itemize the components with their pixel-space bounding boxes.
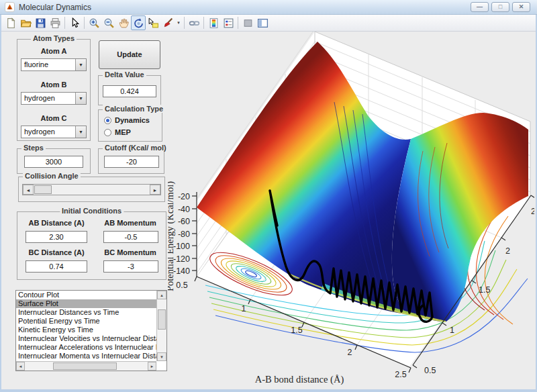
bc-distance-field[interactable]: 0.74 — [26, 260, 87, 273]
slider-right-arrow[interactable]: ► — [150, 185, 160, 195]
horizontal-scrollbar[interactable]: ◄ ► — [16, 361, 156, 371]
hand-icon — [118, 17, 130, 29]
initial-conditions-panel: Initial Conditions AB Distance (A) AB Mo… — [17, 211, 166, 280]
atom-types-panel: Atom Types Atom A fluorine ▼ Atom B hydr… — [17, 39, 91, 141]
link-plot-button[interactable] — [187, 15, 201, 30]
scroll-up-icon[interactable]: ▲ — [157, 291, 166, 299]
chain-link-icon — [189, 17, 200, 29]
slider-thumb[interactable] — [34, 185, 52, 194]
hide-plot-tools-button[interactable] — [240, 15, 255, 30]
surface-plot-axes[interactable]: -20 -40 -60 -80 -100 -120 -140 0.5 1 1.5… — [168, 32, 534, 389]
horizontal-scroll-thumb[interactable] — [53, 362, 117, 370]
svg-text:2.5: 2.5 — [531, 207, 534, 216]
colorbar-icon — [208, 17, 219, 29]
data-cursor-icon — [148, 17, 159, 29]
toolbar-separator — [238, 17, 238, 29]
close-button[interactable]: ✕ — [512, 2, 530, 12]
scroll-down-icon[interactable]: ▼ — [157, 352, 166, 361]
atom-a-select[interactable]: fluorine ▼ — [21, 58, 87, 71]
list-item[interactable]: Internuclear Velocities vs Internuclear … — [16, 334, 156, 343]
data-cursor-button[interactable] — [146, 15, 160, 30]
new-figure-button[interactable] — [3, 15, 18, 30]
cutoff-field[interactable]: -20 — [104, 156, 159, 168]
dynamics-radio-row[interactable]: Dynamics — [104, 116, 150, 124]
arrow-cursor-icon — [69, 17, 81, 29]
zoom-out-icon — [103, 17, 115, 29]
list-item[interactable]: Kinetic Energy vs Time — [16, 326, 156, 334]
svg-text:2: 2 — [348, 348, 352, 357]
atom-c-label: Atom C — [17, 114, 90, 122]
toolbar-separator — [64, 17, 65, 29]
steps-field[interactable]: 3000 — [24, 156, 83, 168]
cutoff-panel: Cutoff (Kcal/ mol) -20 — [98, 148, 164, 174]
ab-momentum-label: AB Momentum — [98, 219, 162, 227]
bc-momentum-label: BC Momentum — [98, 248, 162, 256]
vertical-scrollbar[interactable]: ▲ ▼ — [156, 291, 166, 361]
pan-button[interactable] — [116, 15, 131, 30]
maximize-button[interactable]: □ — [491, 2, 509, 12]
printer-icon — [50, 17, 61, 29]
combo-arrow-icon[interactable]: ▼ — [75, 93, 86, 104]
brush-icon — [162, 17, 174, 29]
window-title: Molecular Dynamics — [19, 3, 91, 12]
atom-c-select[interactable]: hydrogen ▼ — [21, 126, 87, 138]
list-item[interactable]: Internuclear Distances vs Time — [16, 308, 156, 317]
svg-text:1.5: 1.5 — [291, 326, 302, 335]
brush-dropdown-arrow[interactable]: ▾ — [175, 20, 182, 26]
svg-text:-20: -20 — [178, 192, 190, 201]
show-plot-tools-dock-icon — [257, 17, 268, 29]
calculation-type-panel: Calculation Type Dynamics MEP — [98, 109, 162, 142]
list-item-selected[interactable]: Surface Plot — [16, 299, 156, 308]
bc-momentum-field[interactable]: -3 — [103, 260, 158, 273]
toolbar-separator — [184, 17, 185, 29]
hide-plot-tools-icon — [242, 17, 254, 29]
dynamics-radio[interactable] — [104, 117, 111, 124]
open-file-button[interactable] — [18, 15, 33, 30]
ab-momentum-field[interactable]: -0.5 — [103, 231, 158, 243]
list-item[interactable]: Internuclear Momenta vs Internuclear Dis… — [16, 352, 156, 360]
minimize-button[interactable]: — — [471, 2, 489, 12]
title-bar[interactable]: Molecular Dynamics — □ ✕ — [0, 0, 537, 15]
mep-radio[interactable] — [104, 129, 111, 136]
z-tick-labels: -20 -40 -60 -80 -100 -120 -140 — [173, 192, 190, 276]
bc-distance-label: BC Distance (A) — [21, 248, 91, 256]
collision-angle-slider[interactable]: ◄ ► — [22, 184, 161, 195]
slider-left-arrow[interactable]: ◄ — [23, 185, 34, 195]
update-button[interactable]: Update — [99, 40, 160, 69]
save-figure-button[interactable] — [33, 15, 48, 30]
rotate-3d-button[interactable] — [131, 15, 146, 30]
list-item[interactable]: Internuclear Accelerations vs Internucle… — [16, 343, 156, 352]
open-folder-icon — [20, 17, 32, 29]
figure-client-area: Atom Types Atom A fluorine ▼ Atom B hydr… — [1, 32, 536, 389]
combo-arrow-icon[interactable]: ▼ — [75, 59, 86, 70]
svg-text:-40: -40 — [178, 205, 190, 214]
ab-distance-field[interactable]: 2.30 — [26, 231, 87, 243]
combo-arrow-icon[interactable]: ▼ — [75, 126, 86, 138]
list-item[interactable]: Potential Energy vs Time — [16, 317, 156, 326]
scroll-right-icon[interactable]: ► — [148, 362, 156, 371]
new-document-icon — [5, 17, 17, 29]
mep-radio-row[interactable]: MEP — [104, 128, 131, 136]
atom-b-select[interactable]: hydrogen ▼ — [21, 92, 87, 105]
cutoff-legend: Cutoff (Kcal/ mol) — [103, 144, 168, 152]
save-floppy-icon — [35, 17, 46, 29]
list-item[interactable]: Contour Plot — [16, 291, 156, 299]
collision-angle-legend: Collision Angle — [23, 172, 81, 180]
scroll-left-icon[interactable]: ◄ — [16, 362, 25, 371]
svg-text:0.5: 0.5 — [176, 281, 187, 290]
show-plot-tools-button[interactable] — [255, 15, 270, 30]
rotate-3d-icon — [133, 17, 144, 29]
vertical-scroll-thumb[interactable] — [158, 309, 166, 330]
insert-colorbar-button[interactable] — [206, 15, 221, 30]
zoom-out-button[interactable] — [101, 15, 116, 30]
brush-data-button[interactable] — [160, 15, 175, 30]
print-figure-button[interactable] — [48, 15, 62, 30]
plot-type-listbox[interactable]: Contour Plot Surface Plot Internuclear D… — [15, 290, 167, 371]
svg-text:1: 1 — [242, 304, 246, 313]
edit-plot-button[interactable] — [67, 15, 82, 30]
zoom-in-button[interactable] — [87, 15, 101, 30]
delta-value-field[interactable]: 0.424 — [103, 85, 156, 97]
matlab-app-icon — [5, 2, 15, 12]
insert-legend-button[interactable] — [221, 15, 236, 30]
steps-legend: Steps — [21, 144, 46, 152]
